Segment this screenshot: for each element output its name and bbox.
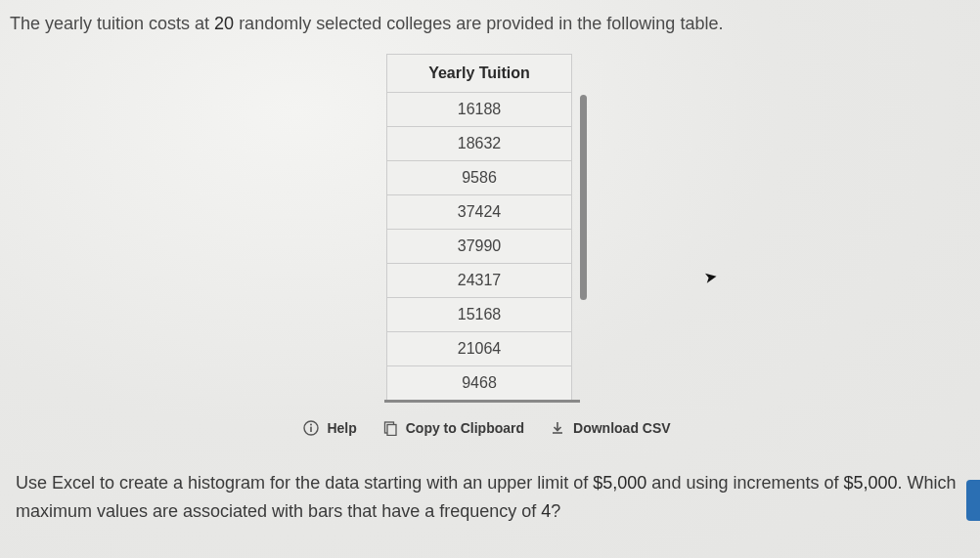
table-toolbar: Help Copy to Clipboard Download CSV (10, 420, 964, 436)
table-row: 16188 (387, 93, 572, 127)
intro-count: 20 (214, 14, 234, 33)
table-row: 37424 (387, 195, 572, 230)
tuition-table: Yearly Tuition 16188 18632 9586 37424 37… (386, 54, 572, 401)
table-header: Yearly Tuition (387, 55, 572, 93)
table-cell: 9468 (387, 366, 572, 401)
table-row: 15168 (387, 298, 572, 332)
download-label: Download CSV (573, 420, 671, 436)
question-freq: 4 (541, 501, 551, 521)
table-cell: 37990 (387, 230, 572, 264)
side-tab[interactable] (966, 480, 980, 521)
help-button[interactable]: Help (303, 420, 356, 436)
table-row: 9586 (387, 161, 572, 195)
svg-rect-2 (311, 427, 313, 432)
table-cell: 9586 (387, 161, 572, 195)
table-container: Yearly Tuition 16188 18632 9586 37424 37… (10, 54, 964, 401)
copy-label: Copy to Clipboard (406, 420, 524, 436)
table-bottom-border (384, 400, 580, 403)
table-row: 37990 (387, 230, 572, 264)
copy-button[interactable]: Copy to Clipboard (382, 420, 524, 436)
svg-rect-4 (387, 425, 396, 436)
intro-prefix: The yearly tuition costs at (10, 14, 214, 33)
copy-icon (382, 420, 398, 436)
svg-point-1 (310, 424, 312, 426)
help-label: Help (327, 420, 356, 436)
table-row: 18632 (387, 127, 572, 161)
download-icon (550, 420, 565, 436)
intro-suffix: randomly selected colleges are provided … (234, 14, 723, 33)
table-cell: 24317 (387, 264, 572, 298)
table-cell: 15168 (387, 298, 572, 332)
table-scrollbar[interactable] (580, 54, 588, 401)
table-row: 24317 (387, 264, 572, 298)
table-cell: 21064 (387, 332, 572, 366)
table-cell: 18632 (387, 127, 572, 161)
question-amount1: $5,000 (593, 473, 646, 493)
table-cell: 16188 (387, 93, 572, 127)
table-scroll: Yearly Tuition 16188 18632 9586 37424 37… (386, 54, 588, 401)
table-row: 21064 (387, 332, 572, 366)
scroll-thumb[interactable] (580, 95, 587, 300)
table-row: 9468 (387, 366, 572, 401)
intro-text: The yearly tuition costs at 20 randomly … (10, 12, 964, 36)
question-text: Use Excel to create a histogram for the … (10, 469, 964, 526)
question-part4: ? (551, 501, 560, 521)
question-part2: and using increments of (646, 473, 843, 493)
table-cell: 37424 (387, 195, 572, 230)
question-amount2: $5,000 (843, 473, 897, 493)
question-part1: Use Excel to create a histogram for the … (16, 473, 593, 493)
info-icon (303, 420, 319, 436)
download-button[interactable]: Download CSV (550, 420, 671, 436)
